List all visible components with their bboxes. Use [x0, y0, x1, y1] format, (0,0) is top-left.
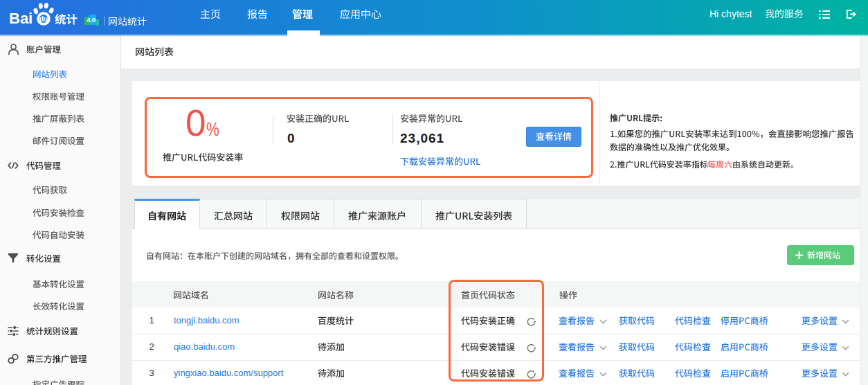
svg-text:du: du [39, 15, 47, 23]
